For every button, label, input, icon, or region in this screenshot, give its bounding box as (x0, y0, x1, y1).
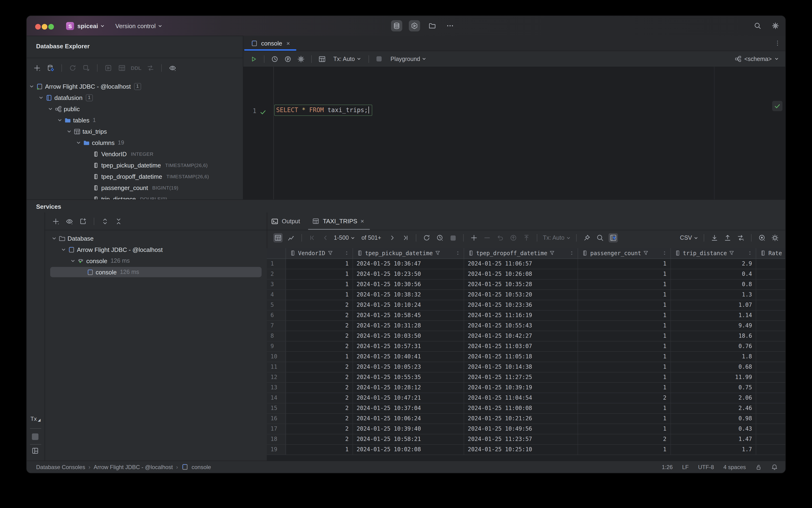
filter-icon[interactable] (643, 251, 648, 256)
chevron-down-icon[interactable] (46, 105, 54, 113)
row-number[interactable]: 8 (267, 331, 286, 341)
cell[interactable]: 0.76 (670, 341, 756, 351)
ddl-button[interactable]: DDL (131, 63, 141, 73)
cell[interactable]: 2024-01-25 10:37:04 (353, 403, 464, 413)
page-range-select[interactable]: 1-500 (334, 235, 355, 241)
cell[interactable]: 0.43 (670, 424, 756, 434)
split-layout-icon[interactable] (32, 447, 39, 455)
cell[interactable]: 2024-01-25 11:06:57 (464, 258, 578, 269)
import-export-button[interactable] (736, 233, 746, 243)
cell[interactable]: 2 (286, 393, 353, 403)
tree-row[interactable]: Database (45, 232, 267, 244)
cell[interactable] (756, 372, 786, 382)
column-header-rate[interactable]: Rate (756, 248, 786, 258)
row-number[interactable]: 12 (267, 372, 286, 382)
cell[interactable]: 1 (578, 269, 670, 279)
add-service-button[interactable] (51, 216, 60, 226)
cell[interactable]: 2 (286, 372, 353, 382)
column-header-tpep_pickup_datetime[interactable]: tpep_pickup_datetime (353, 248, 464, 258)
stop-button[interactable] (374, 54, 384, 64)
row-number[interactable]: 13 (267, 382, 286, 393)
first-page-button[interactable] (308, 233, 317, 243)
execution-plan-button[interactable] (283, 54, 292, 64)
cell[interactable] (756, 424, 786, 434)
database-icon[interactable] (391, 20, 402, 32)
view-options-button[interactable] (168, 63, 177, 73)
cell[interactable]: 2024-01-25 10:21:26 (464, 413, 578, 424)
cell[interactable]: 2 (286, 300, 353, 310)
cell[interactable] (756, 403, 786, 413)
cell[interactable]: 2024-01-25 11:03:07 (464, 341, 578, 351)
stop-button[interactable] (448, 233, 458, 243)
cell[interactable] (756, 393, 786, 403)
chevron-down-icon[interactable] (65, 128, 73, 135)
tx-mode-select[interactable]: Tx: Auto (543, 235, 571, 241)
push-button[interactable] (522, 233, 531, 243)
cell[interactable]: 2 (286, 362, 353, 372)
cell[interactable] (756, 444, 786, 455)
breadcrumb-item[interactable]: Database Consoles (36, 464, 85, 470)
tree-row[interactable]: tpep_dropoff_datetimeTIMESTAMP(26,6) (27, 171, 243, 182)
cell[interactable]: 9.49 (670, 321, 756, 331)
cell[interactable]: 2024-01-25 11:23:57 (464, 434, 578, 444)
sql-editor[interactable]: 1 SELECT * FROM taxi_trips; (243, 67, 786, 199)
grid-settings-button[interactable] (770, 233, 780, 243)
chart-view-button[interactable] (286, 233, 296, 243)
chevron-down-icon[interactable] (37, 94, 45, 101)
cell[interactable]: 2024-01-25 10:05:23 (353, 362, 464, 372)
cell[interactable]: 1 (578, 341, 670, 351)
cell[interactable]: 2024-01-25 10:25:10 (464, 444, 578, 455)
filter-panel-button[interactable] (608, 233, 618, 243)
hexagon-play-icon[interactable] (409, 20, 420, 32)
cell[interactable]: 2 (286, 321, 353, 331)
row-number[interactable]: 4 (267, 289, 286, 300)
view-options-button[interactable] (65, 216, 74, 226)
cell[interactable]: 2 (286, 403, 353, 413)
cell[interactable]: 2024-01-25 10:49:56 (464, 424, 578, 434)
lock-open-icon[interactable] (755, 464, 762, 470)
notifications-bell-icon[interactable] (771, 464, 778, 470)
file-encoding[interactable]: UTF-8 (698, 464, 714, 470)
cell[interactable]: 2 (286, 331, 353, 341)
cell[interactable]: 2024-01-25 10:58:45 (353, 310, 464, 321)
cell[interactable]: 2024-01-25 10:53:20 (464, 289, 578, 300)
cell[interactable]: 2024-01-25 10:42:27 (464, 331, 578, 341)
chevron-down-icon[interactable] (75, 139, 82, 146)
cell[interactable]: 1 (578, 372, 670, 382)
cell[interactable]: 2024-01-25 10:35:28 (464, 279, 578, 289)
vcs-menu[interactable]: Version control (115, 16, 162, 36)
cell[interactable] (756, 341, 786, 351)
cell[interactable]: 2024-01-25 10:02:08 (353, 444, 464, 455)
cell[interactable]: 2024-01-25 10:39:19 (464, 382, 578, 393)
row-number[interactable]: 15 (267, 403, 286, 413)
cell[interactable]: 2 (286, 413, 353, 424)
cell[interactable] (756, 289, 786, 300)
cell[interactable]: 2024-01-25 10:28:12 (353, 382, 464, 393)
cell[interactable] (756, 300, 786, 310)
tree-row[interactable]: console126 ms (45, 266, 267, 278)
next-page-button[interactable] (388, 233, 397, 243)
last-page-button[interactable] (401, 233, 410, 243)
row-number[interactable]: 7 (267, 321, 286, 331)
search-icon[interactable] (752, 20, 763, 32)
cell[interactable]: 2 (578, 434, 670, 444)
cell[interactable]: 2024-01-25 10:23:50 (353, 269, 464, 279)
cell[interactable]: 2024-01-25 10:26:08 (464, 269, 578, 279)
cell[interactable] (756, 382, 786, 393)
cell[interactable]: 2024-01-25 11:04:54 (464, 393, 578, 403)
cell[interactable]: 2024-01-25 11:27:25 (464, 372, 578, 382)
settings-icon[interactable] (770, 20, 781, 32)
cell[interactable]: 1 (578, 310, 670, 321)
cell[interactable] (756, 310, 786, 321)
row-number[interactable]: 14 (267, 393, 286, 403)
delete-row-button[interactable] (483, 233, 492, 243)
cell[interactable]: 2024-01-25 10:30:56 (353, 279, 464, 289)
cell[interactable]: 2024-01-25 10:10:24 (353, 300, 464, 310)
collapse-all-button[interactable] (114, 216, 123, 226)
cell[interactable]: 1 (286, 444, 353, 455)
cell[interactable]: 2024-01-25 11:16:19 (464, 310, 578, 321)
query-history-button[interactable] (270, 54, 279, 64)
cell[interactable]: 2024-01-25 11:00:08 (464, 403, 578, 413)
cell[interactable]: 2024-01-25 10:36:47 (353, 258, 464, 269)
cell[interactable]: 2024-01-25 10:57:31 (353, 341, 464, 351)
